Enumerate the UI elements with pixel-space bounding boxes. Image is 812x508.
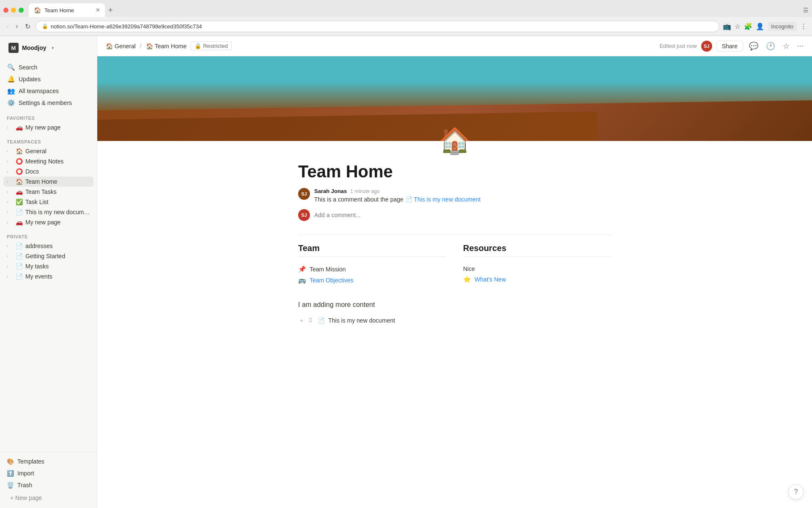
comment-section: SJ Sarah Jonas 1 minute ago This is a co… bbox=[298, 188, 611, 221]
tab-close-button[interactable]: × bbox=[96, 7, 100, 14]
comment-author-name: Sarah Jonas bbox=[314, 188, 347, 194]
docs-icon: ⭕ bbox=[15, 168, 23, 175]
sidebar-settings-label: Settings & members bbox=[19, 99, 72, 106]
more-options-button[interactable]: ··· bbox=[796, 40, 805, 52]
comment-doc-link[interactable]: This is my new document bbox=[414, 196, 480, 203]
forward-button[interactable]: › bbox=[14, 21, 19, 32]
import-icon: ⬆️ bbox=[7, 470, 14, 477]
add-block-button[interactable]: + bbox=[298, 316, 305, 325]
linked-page-block-row: + ⠿ 📄 This is my new document bbox=[298, 315, 611, 326]
window-close[interactable] bbox=[3, 8, 8, 13]
comment-author-avatar: SJ bbox=[298, 188, 310, 200]
sidebar-nav: 🔍 Search 🔔 Updates 👥 All teamspaces ⚙️ S… bbox=[0, 60, 97, 110]
page-icon: 🏠 bbox=[97, 128, 812, 154]
sidebar-item-my-tasks[interactable]: › 📄 My tasks bbox=[3, 261, 93, 271]
workspace-header[interactable]: M Moodjoy ▾ bbox=[5, 40, 92, 55]
getting-started-icon: 📄 bbox=[15, 253, 23, 260]
sidebar-item-docs[interactable]: › ⭕ Docs bbox=[3, 166, 93, 177]
sidebar-item-getting-started[interactable]: › 📄 Getting Started bbox=[3, 251, 93, 261]
sidebar-top: M Moodjoy ▾ bbox=[0, 36, 97, 60]
private-section: Private › 📄 addresses › 📄 Getting Starte… bbox=[0, 229, 97, 283]
new-doc-icon: 📄 bbox=[15, 209, 23, 215]
sidebar-item-import[interactable]: ⬆️ Import bbox=[3, 467, 93, 479]
drag-handle-button[interactable]: ⠿ bbox=[307, 316, 314, 325]
url-bar[interactable]: 🔒 notion.so/Team-Home-a626e39209a748798e… bbox=[36, 21, 720, 32]
sidebar-item-team-tasks[interactable]: › 🚗 Team Tasks bbox=[3, 187, 93, 197]
browser-tab-active[interactable]: 🏠 Team Home × bbox=[29, 3, 105, 17]
comment-icon-button[interactable]: 💬 bbox=[747, 40, 760, 52]
extensions-icon[interactable]: 🧩 bbox=[744, 22, 752, 30]
cast-icon[interactable]: 📺 bbox=[723, 22, 731, 30]
sidebar-item-my-new-page-2[interactable]: › 🚗 My new page bbox=[3, 217, 93, 227]
new-tab-button[interactable]: + bbox=[105, 4, 116, 17]
sidebar-item-label: My new page bbox=[25, 219, 90, 226]
favorite-icon-button[interactable]: ☆ bbox=[781, 40, 791, 52]
tab-favicon: 🏠 bbox=[34, 7, 41, 14]
breadcrumb-team-home[interactable]: 🏠 Team Home bbox=[144, 42, 188, 50]
breadcrumb-general[interactable]: 🏠 General bbox=[104, 42, 137, 50]
collaborator-avatars: SJ bbox=[701, 41, 712, 52]
sidebar-item-general[interactable]: › 🏠 General bbox=[3, 146, 93, 156]
new-page-button[interactable]: + New page bbox=[3, 491, 93, 505]
sidebar-item-trash[interactable]: 🗑️ Trash bbox=[3, 479, 93, 491]
sidebar-item-search[interactable]: 🔍 Search bbox=[3, 61, 93, 73]
my-tasks-icon: 📄 bbox=[15, 263, 23, 270]
security-icon: 🔒 bbox=[42, 23, 48, 29]
sidebar-item-meeting-notes[interactable]: › ⭕ Meeting Notes bbox=[3, 156, 93, 166]
team-home-breadcrumb-icon: 🏠 bbox=[146, 43, 153, 50]
sidebar-item-label: My tasks bbox=[25, 263, 90, 270]
restricted-badge[interactable]: 🔒 Restricted bbox=[191, 41, 232, 50]
browser-menu-icon[interactable]: ⋮ bbox=[800, 22, 807, 30]
team-mission-item[interactable]: 📌 Team Mission bbox=[298, 264, 446, 275]
sidebar-updates-label: Updates bbox=[19, 76, 41, 83]
sidebar-item-label: Team Home bbox=[25, 178, 90, 185]
window-minimize[interactable] bbox=[11, 8, 16, 13]
team-column: Team 📌 Team Mission 🚌 Team Objectives bbox=[298, 243, 446, 286]
team-objectives-label[interactable]: Team Objectives bbox=[310, 277, 353, 284]
help-button[interactable]: ? bbox=[788, 484, 804, 500]
sidebar-item-addresses[interactable]: › 📄 addresses bbox=[3, 241, 93, 251]
linked-page-item[interactable]: 📄 This is my new document bbox=[316, 315, 397, 326]
sidebar-item-team-home[interactable]: › 🏠 Team Home bbox=[3, 177, 93, 187]
whats-new-item[interactable]: ⭐ What's New bbox=[463, 274, 611, 285]
sidebar-item-my-new-page[interactable]: › 🚗 My new page bbox=[3, 122, 93, 133]
bookmark-icon[interactable]: ☆ bbox=[735, 22, 741, 30]
window-controls bbox=[3, 8, 24, 13]
history-icon-button[interactable]: 🕐 bbox=[764, 40, 777, 52]
sidebar-item-updates[interactable]: 🔔 Updates bbox=[3, 73, 93, 85]
team-objectives-item[interactable]: 🚌 Team Objectives bbox=[298, 275, 446, 286]
my-events-icon: 📄 bbox=[15, 273, 23, 280]
tabs-menu-icon[interactable]: ☰ bbox=[803, 7, 809, 14]
restricted-label: Restricted bbox=[203, 43, 228, 49]
breadcrumb: 🏠 General / 🏠 Team Home 🔒 Restricted bbox=[104, 41, 232, 50]
profile-icon[interactable]: 👤 bbox=[756, 22, 764, 30]
sidebar-item-new-document[interactable]: › 📄 This is my new document bbox=[3, 207, 93, 217]
address-bar: ‹ › ↻ 🔒 notion.so/Team-Home-a626e39209a7… bbox=[0, 17, 812, 36]
sidebar-item-label: Team Tasks bbox=[25, 188, 90, 195]
window-maximize[interactable] bbox=[19, 8, 24, 13]
updates-icon: 🔔 bbox=[7, 75, 15, 83]
sidebar-search-label: Search bbox=[19, 64, 37, 71]
sidebar-item-my-events[interactable]: › 📄 My events bbox=[3, 271, 93, 282]
add-comment-input[interactable] bbox=[314, 212, 611, 218]
sidebar-item-label: Meeting Notes bbox=[25, 158, 90, 165]
content-paragraph: I am adding more content bbox=[298, 299, 611, 310]
sidebar-item-task-list[interactable]: › ✅ Task List bbox=[3, 197, 93, 207]
expand-icon: › bbox=[7, 244, 13, 248]
topbar-right: Edited just now SJ Share 💬 🕐 ☆ ··· bbox=[659, 40, 805, 52]
comment-doc-icon: 📄 bbox=[405, 196, 414, 203]
sidebar-item-all-teamspaces[interactable]: 👥 All teamspaces bbox=[3, 85, 93, 97]
share-button[interactable]: Share bbox=[716, 41, 743, 52]
back-button[interactable]: ‹ bbox=[5, 21, 11, 32]
team-mission-icon: 📌 bbox=[298, 265, 306, 273]
import-label: Import bbox=[17, 470, 34, 477]
favorites-section: Favorites › 🚗 My new page bbox=[0, 110, 97, 134]
refresh-button[interactable]: ↻ bbox=[23, 21, 32, 32]
topbar: 🏠 General / 🏠 Team Home 🔒 Restricted Edi… bbox=[97, 36, 812, 56]
general-breadcrumb-icon: 🏠 bbox=[106, 43, 113, 50]
new-page-label: + New page bbox=[10, 494, 42, 501]
sidebar-item-templates[interactable]: 🎨 Templates bbox=[3, 456, 93, 467]
sidebar-item-settings[interactable]: ⚙️ Settings & members bbox=[3, 97, 93, 109]
whats-new-label[interactable]: What's New bbox=[475, 276, 506, 283]
teamspaces-label: Teamspaces bbox=[3, 139, 93, 144]
